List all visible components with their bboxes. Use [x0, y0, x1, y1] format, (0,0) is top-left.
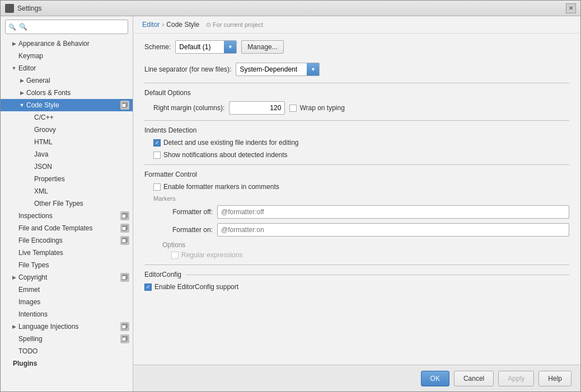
sidebar-item-properties[interactable]: Properties — [1, 173, 133, 185]
sidebar-item-java[interactable]: Java — [1, 148, 133, 160]
line-separator-dropdown[interactable]: System-Dependent ▼ — [236, 63, 320, 76]
sidebar-item-editor[interactable]: ▼ Editor — [1, 62, 133, 74]
scheme-label: Scheme: — [144, 43, 171, 51]
tree: ▶ Appearance & Behavior Keymap ▼ Editor … — [1, 37, 133, 391]
arrow-icon — [11, 225, 17, 232]
markers-header: Markers — [153, 195, 569, 202]
sidebar-item-copyright[interactable]: ▶ Copyright — [1, 271, 133, 284]
sidebar-item-json[interactable]: JSON — [1, 160, 133, 173]
sidebar-item-groovy[interactable]: Groovy — [1, 124, 133, 136]
divider — [144, 265, 569, 265]
detect-indents-row: ✓ Detect and use existing file indents f… — [153, 139, 569, 147]
sidebar-item-other-file-types[interactable]: Other File Types — [1, 197, 133, 210]
enable-editorconfig-label[interactable]: ✓ Enable EditorConfig support — [144, 283, 238, 291]
ok-button[interactable]: OK — [421, 371, 449, 386]
show-notifications-label[interactable]: Show notifications about detected indent… — [153, 151, 287, 159]
wrap-on-typing-checkbox[interactable] — [289, 105, 297, 112]
line-separator-row: Line separator (for new files): System-D… — [144, 63, 569, 76]
right-margin-label: Right margin (columns): — [153, 104, 224, 112]
app-icon — [5, 4, 14, 13]
svg-rect-5 — [122, 226, 126, 230]
svg-rect-7 — [122, 239, 126, 243]
line-separator-label: Line separator (for new files): — [144, 65, 231, 73]
sidebar-item-html[interactable]: HTML — [1, 136, 133, 148]
sidebar-item-label: Java — [34, 150, 129, 158]
arrow-icon: ▶ — [11, 323, 17, 330]
sidebar-item-label: C/C++ — [34, 114, 129, 121]
breadcrumb-separator: › — [162, 21, 164, 29]
detect-indents-label[interactable]: ✓ Detect and use existing file indents f… — [153, 139, 298, 147]
regular-expressions-label: Regular expressions — [171, 251, 569, 259]
copy-badge — [120, 224, 129, 233]
arrow-icon: ▶ — [18, 77, 25, 84]
scheme-dropdown-arrow[interactable]: ▼ — [224, 41, 236, 53]
copy-badge — [120, 322, 129, 331]
sidebar-item-label: Images — [18, 298, 129, 306]
sidebar-item-inspections[interactable]: Inspections — [1, 210, 133, 222]
scheme-dropdown[interactable]: Default (1) ▼ — [175, 40, 237, 54]
sidebar-item-file-types[interactable]: File Types — [1, 259, 133, 271]
title-bar: Settings ✕ — [1, 1, 580, 16]
divider — [144, 83, 569, 83]
sidebar-item-label: Language Injections — [18, 323, 119, 330]
line-separator-arrow[interactable]: ▼ — [307, 63, 319, 75]
sidebar-item-images[interactable]: Images — [1, 296, 133, 308]
sidebar-item-keymap[interactable]: Keymap — [1, 50, 133, 62]
detect-indents-checkbox[interactable]: ✓ — [153, 139, 161, 147]
sidebar-item-emmet[interactable]: Emmet — [1, 284, 133, 296]
svg-rect-1 — [122, 103, 126, 107]
enable-editorconfig-checkbox[interactable]: ✓ — [144, 284, 152, 291]
copy-badge — [120, 211, 129, 220]
regular-expressions-checkbox — [171, 252, 179, 259]
wrap-on-typing-label[interactable]: Wrap on typing — [289, 104, 345, 112]
sidebar-item-todo[interactable]: TODO — [1, 345, 133, 357]
sidebar-item-label: File and Code Templates — [18, 224, 119, 232]
arrow-icon — [11, 348, 17, 355]
cancel-button[interactable]: Cancel — [454, 371, 494, 386]
sidebar-item-live-templates[interactable]: Live Templates — [1, 247, 133, 259]
sidebar-item-appearance[interactable]: ▶ Appearance & Behavior — [1, 37, 133, 50]
formatter-off-input[interactable] — [217, 205, 569, 219]
enable-formatter-checkbox[interactable] — [153, 183, 161, 191]
arrow-icon — [26, 126, 33, 133]
indents-detection-header: Indents Detection — [144, 126, 569, 134]
editorconfig-title-bar: EditorConfig — [144, 271, 569, 278]
arrow-icon — [26, 139, 33, 145]
show-notifications-checkbox[interactable] — [153, 152, 161, 159]
close-button[interactable]: ✕ — [566, 3, 576, 13]
sidebar-item-xml[interactable]: XML — [1, 185, 133, 197]
arrow-icon — [26, 188, 33, 195]
sidebar-item-code-style[interactable]: ▼ Code Style — [1, 99, 133, 111]
enable-formatter-row: Enable formatter markers in comments — [153, 183, 569, 191]
sidebar-item-label: Plugins — [13, 360, 129, 367]
search-input[interactable] — [5, 20, 128, 34]
help-button[interactable]: Help — [538, 371, 571, 386]
default-options-header: Default Options — [144, 89, 569, 97]
arrow-icon — [11, 249, 17, 256]
sidebar-item-label: Spelling — [18, 335, 119, 343]
right-margin-input[interactable] — [229, 101, 285, 115]
sidebar-item-file-code-templates[interactable]: File and Code Templates — [1, 222, 133, 234]
manage-button[interactable]: Manage... — [241, 40, 283, 54]
svg-rect-11 — [122, 325, 126, 329]
formatter-on-input[interactable] — [217, 223, 569, 237]
sidebar-item-label: General — [26, 77, 129, 84]
sidebar-item-cpp[interactable]: C/C++ — [1, 111, 133, 124]
sidebar-item-general[interactable]: ▶ General — [1, 74, 133, 87]
sidebar-item-colors-fonts[interactable]: ▶ Colors & Fonts — [1, 87, 133, 99]
settings-window: Settings ✕ 🔍 ▶ Appearance & Behavior Key… — [0, 0, 581, 392]
divider — [144, 120, 569, 121]
sidebar-item-spelling[interactable]: Spelling — [1, 333, 133, 345]
sidebar-item-lang-injections[interactable]: ▶ Language Injections — [1, 320, 133, 333]
breadcrumb-parent[interactable]: Editor — [142, 21, 160, 29]
copy-badge — [120, 334, 129, 343]
enable-formatter-label[interactable]: Enable formatter markers in comments — [153, 183, 279, 191]
sidebar-item-plugins[interactable]: Plugins — [1, 357, 133, 370]
apply-button[interactable]: Apply — [498, 371, 534, 386]
sidebar: 🔍 ▶ Appearance & Behavior Keymap ▼ Edito — [1, 16, 133, 391]
search-box[interactable]: 🔍 — [5, 20, 128, 34]
sidebar-item-file-encodings[interactable]: File Encodings — [1, 234, 133, 247]
formatter-control-options: Enable formatter markers in comments Mar… — [144, 183, 569, 259]
sidebar-item-intentions[interactable]: Intentions — [1, 308, 133, 320]
sidebar-item-label: HTML — [34, 138, 129, 146]
